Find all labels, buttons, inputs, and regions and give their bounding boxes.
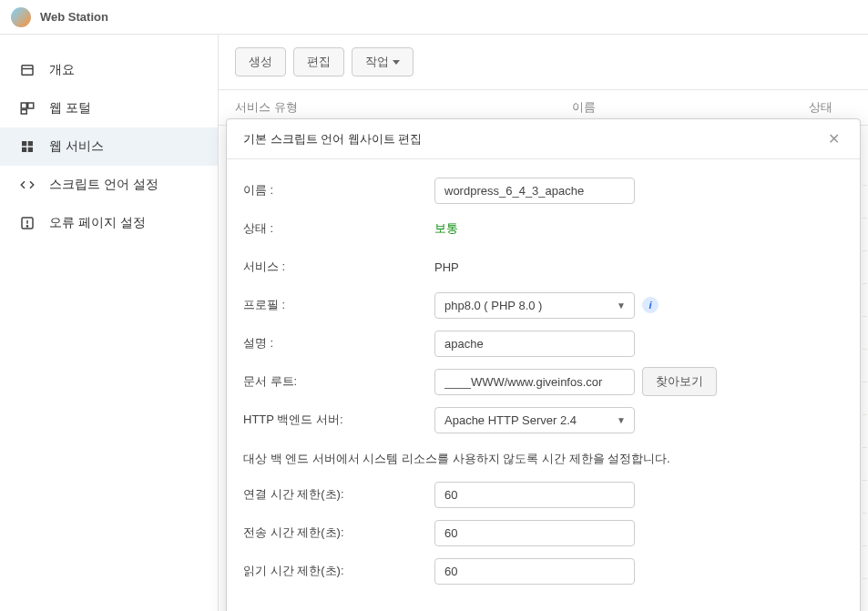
svg-rect-4 [21, 110, 26, 115]
modal-body: 이름 : 상태 : 보통 서비스 : PHP 프로필 : php8.0 ( PH… [227, 159, 860, 611]
label-name: 이름 : [243, 182, 434, 199]
action-label: 작업 [365, 54, 389, 70]
background-stripes [863, 153, 867, 611]
overview-icon [18, 61, 36, 79]
svg-point-11 [26, 226, 27, 227]
sidebar-item-label: 개요 [49, 62, 75, 78]
create-button[interactable]: 생성 [235, 47, 286, 76]
th-status[interactable]: 상태 [809, 99, 852, 116]
svg-rect-7 [22, 148, 26, 152]
sidebar-item-webservice[interactable]: 웹 서비스 [0, 127, 218, 166]
action-button[interactable]: 작업 [352, 47, 414, 76]
row-connect-timeout: 연결 시간 제한(초): [243, 480, 843, 509]
sidebar-item-label: 웹 포털 [49, 100, 91, 117]
service-value: PHP [434, 260, 459, 274]
row-backend: HTTP 백엔드 서버: Apache HTTP Server 2.4 ▼ [243, 405, 843, 434]
alert-icon [18, 214, 36, 232]
sidebar-item-label: 오류 페이지 설정 [49, 215, 146, 231]
label-read-timeout: 읽기 시간 제한(초): [243, 563, 434, 579]
row-service: 서비스 : PHP [243, 252, 843, 281]
label-docroot: 문서 루트: [243, 373, 434, 390]
docroot-input[interactable] [434, 369, 635, 395]
label-backend: HTTP 백엔드 서버: [243, 412, 434, 428]
name-input[interactable] [434, 178, 635, 204]
row-name: 이름 : [243, 176, 843, 205]
grid-icon [18, 137, 36, 156]
info-icon[interactable]: i [642, 297, 659, 313]
status-value: 보통 [434, 220, 458, 237]
row-read-timeout: 읽기 시간 제한(초): [243, 556, 843, 586]
sidebar-item-webportal[interactable]: 웹 포털 [0, 89, 218, 127]
label-description: 설명 : [243, 335, 434, 351]
svg-rect-3 [28, 103, 34, 108]
svg-rect-6 [28, 141, 33, 146]
row-status: 상태 : 보통 [243, 214, 843, 243]
label-connect-timeout: 연결 시간 제한(초): [243, 486, 434, 503]
chevron-down-icon [393, 60, 400, 65]
label-status: 상태 : [243, 220, 434, 237]
th-name[interactable]: 이름 [572, 99, 809, 116]
browse-button[interactable]: 찾아보기 [642, 367, 717, 396]
sidebar-item-script[interactable]: 스크립트 언어 설정 [0, 166, 218, 204]
label-service: 서비스 : [243, 259, 434, 275]
label-profile: 프로필 : [243, 297, 434, 313]
app-title: Web Station [40, 10, 108, 24]
sidebar-item-label: 스크립트 언어 설정 [49, 177, 158, 193]
code-icon [18, 176, 36, 194]
close-icon[interactable]: ✕ [824, 130, 843, 148]
th-service-type[interactable]: 서비스 유형 [235, 99, 572, 116]
timeout-help-text: 대상 백 엔드 서버에서 시스템 리소스를 사용하지 않도록 시간 제한을 설정… [243, 451, 843, 467]
sidebar-item-overview[interactable]: 개요 [0, 51, 218, 89]
profile-select-value: php8.0 ( PHP 8.0 ) [434, 292, 635, 319]
row-description: 설명 : [243, 329, 843, 358]
row-profile: 프로필 : php8.0 ( PHP 8.0 ) ▼ i [243, 290, 843, 320]
profile-select[interactable]: php8.0 ( PHP 8.0 ) ▼ [434, 292, 635, 319]
svg-rect-5 [22, 141, 26, 146]
edit-website-modal: 기본 스크립트 언어 웹사이트 편집 ✕ 이름 : 상태 : 보통 서비스 : … [226, 118, 861, 611]
title-bar: Web Station [0, 0, 868, 35]
sidebar-item-label: 웹 서비스 [49, 138, 104, 155]
description-input[interactable] [434, 331, 635, 357]
send-timeout-input[interactable] [434, 520, 635, 546]
modal-title: 기본 스크립트 언어 웹사이트 편집 [243, 131, 422, 148]
backend-select[interactable]: Apache HTTP Server 2.4 ▼ [434, 407, 635, 433]
sidebar: 개요 웹 포털 웹 서비스 스크립트 언어 설정 오류 페이지 설정 [0, 35, 219, 611]
row-send-timeout: 전송 시간 제한(초): [243, 518, 843, 547]
label-send-timeout: 전송 시간 제한(초): [243, 524, 434, 541]
svg-rect-8 [28, 148, 33, 152]
row-docroot: 문서 루트: 찾아보기 [243, 367, 843, 396]
portal-icon [18, 99, 36, 117]
edit-button[interactable]: 편집 [293, 47, 344, 76]
backend-select-value: Apache HTTP Server 2.4 [434, 407, 635, 433]
read-timeout-input[interactable] [434, 558, 635, 585]
connect-timeout-input[interactable] [434, 482, 635, 508]
svg-rect-2 [21, 103, 26, 108]
sidebar-item-errorpage[interactable]: 오류 페이지 설정 [0, 204, 218, 242]
modal-header: 기본 스크립트 언어 웹사이트 편집 ✕ [227, 119, 860, 159]
toolbar: 생성 편집 작업 [219, 35, 868, 89]
app-logo-icon [11, 7, 31, 27]
svg-rect-0 [22, 66, 33, 76]
